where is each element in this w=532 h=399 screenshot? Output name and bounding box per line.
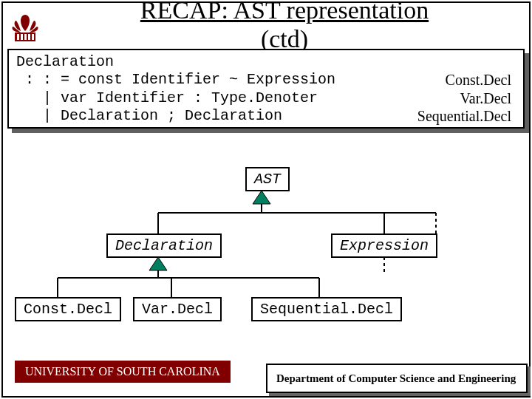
footer-department: Department of Computer Science and Engin… [266, 364, 528, 393]
grammar-head: Declaration [16, 53, 516, 71]
university-logo [7, 10, 43, 46]
node-declaration: Declaration [106, 233, 222, 258]
grammar-tag-3: Sequential.Decl [417, 107, 511, 125]
grammar-rule-2: | var Identifier : Type.Denoter [16, 89, 318, 106]
title-line1: RECAP: AST representation [140, 0, 429, 24]
grammar-rule-1: : : = const Identifier ~ Expression [16, 71, 335, 88]
grammar-box: Declaration : : = const Identifier ~ Exp… [7, 49, 525, 129]
node-var-decl: Var.Decl [133, 297, 222, 321]
node-expression: Expression [331, 233, 437, 258]
grammar-rule-3: | Declaration ; Declaration [16, 107, 282, 124]
svg-rect-2 [21, 34, 23, 40]
node-sequential-decl: Sequential.Decl [251, 297, 402, 321]
grammar-tag-2: Var.Decl [460, 89, 511, 107]
svg-rect-5 [32, 34, 34, 40]
svg-rect-3 [24, 34, 27, 40]
node-ast: AST [245, 167, 290, 191]
node-const-decl: Const.Decl [15, 297, 121, 321]
footer-department-text: Department of Computer Science and Engin… [276, 372, 516, 385]
svg-rect-1 [17, 34, 19, 40]
svg-rect-4 [28, 34, 30, 40]
slide-title: RECAP: AST representation (ctd) [59, 0, 510, 53]
grammar-tag-1: Const.Decl [446, 71, 511, 89]
footer-university: UNIVERSITY OF SOUTH CAROLINA [15, 361, 231, 383]
